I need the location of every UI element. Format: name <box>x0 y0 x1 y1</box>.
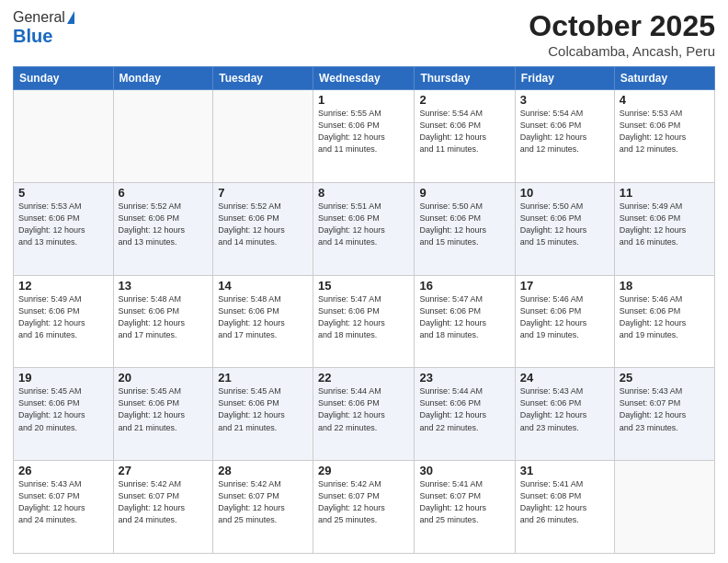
calendar-cell: 26Sunrise: 5:43 AM Sunset: 6:07 PM Dayli… <box>14 461 114 554</box>
calendar-cell: 20Sunrise: 5:45 AM Sunset: 6:06 PM Dayli… <box>113 368 213 461</box>
calendar-table: Sunday Monday Tuesday Wednesday Thursday… <box>13 66 715 554</box>
day-info: Sunrise: 5:50 AM Sunset: 6:06 PM Dayligh… <box>520 201 609 248</box>
day-info: Sunrise: 5:53 AM Sunset: 6:06 PM Dayligh… <box>620 108 710 155</box>
title-area: October 2025 Colcabamba, Ancash, Peru <box>529 9 715 59</box>
day-info: Sunrise: 5:54 AM Sunset: 6:06 PM Dayligh… <box>520 108 609 155</box>
day-number: 21 <box>218 371 308 385</box>
calendar-cell: 13Sunrise: 5:48 AM Sunset: 6:06 PM Dayli… <box>113 275 213 368</box>
calendar-cell: 3Sunrise: 5:54 AM Sunset: 6:06 PM Daylig… <box>515 90 614 183</box>
logo: General Blue <box>13 9 74 47</box>
calendar-cell: 16Sunrise: 5:47 AM Sunset: 6:06 PM Dayli… <box>415 275 515 368</box>
day-number: 13 <box>119 279 209 293</box>
day-info: Sunrise: 5:46 AM Sunset: 6:06 PM Dayligh… <box>620 293 710 341</box>
day-info: Sunrise: 5:45 AM Sunset: 6:06 PM Dayligh… <box>119 385 209 433</box>
calendar-cell <box>213 90 313 183</box>
logo-general: General <box>13 9 65 26</box>
calendar-week-row: 1Sunrise: 5:55 AM Sunset: 6:06 PM Daylig… <box>14 90 715 183</box>
calendar-cell: 28Sunrise: 5:42 AM Sunset: 6:07 PM Dayli… <box>213 461 313 554</box>
day-number: 1 <box>318 93 409 107</box>
calendar-cell: 27Sunrise: 5:42 AM Sunset: 6:07 PM Dayli… <box>113 461 213 554</box>
day-info: Sunrise: 5:52 AM Sunset: 6:06 PM Dayligh… <box>218 201 308 248</box>
col-tuesday: Tuesday <box>213 67 313 90</box>
calendar-cell: 9Sunrise: 5:50 AM Sunset: 6:06 PM Daylig… <box>415 182 515 275</box>
day-number: 6 <box>119 186 209 200</box>
day-info: Sunrise: 5:47 AM Sunset: 6:06 PM Dayligh… <box>419 293 509 341</box>
col-wednesday: Wednesday <box>313 67 415 90</box>
day-number: 14 <box>218 279 308 293</box>
day-info: Sunrise: 5:42 AM Sunset: 6:07 PM Dayligh… <box>218 478 308 526</box>
day-number: 22 <box>318 371 409 385</box>
day-number: 26 <box>18 464 108 477</box>
day-number: 9 <box>419 186 509 200</box>
day-number: 19 <box>18 371 108 385</box>
calendar-cell: 24Sunrise: 5:43 AM Sunset: 6:06 PM Dayli… <box>515 368 614 461</box>
calendar-cell: 2Sunrise: 5:54 AM Sunset: 6:06 PM Daylig… <box>415 90 515 183</box>
day-info: Sunrise: 5:44 AM Sunset: 6:06 PM Dayligh… <box>419 385 509 433</box>
logo-triangle-icon <box>67 11 74 24</box>
header: General Blue October 2025 Colcabamba, An… <box>13 9 715 59</box>
calendar-cell: 25Sunrise: 5:43 AM Sunset: 6:07 PM Dayli… <box>614 368 714 461</box>
calendar-cell: 15Sunrise: 5:47 AM Sunset: 6:06 PM Dayli… <box>313 275 415 368</box>
calendar-cell: 10Sunrise: 5:50 AM Sunset: 6:06 PM Dayli… <box>515 182 614 275</box>
day-info: Sunrise: 5:49 AM Sunset: 6:06 PM Dayligh… <box>18 293 108 341</box>
calendar-cell <box>614 461 714 554</box>
calendar-cell: 1Sunrise: 5:55 AM Sunset: 6:06 PM Daylig… <box>313 90 415 183</box>
day-number: 5 <box>18 186 108 200</box>
day-info: Sunrise: 5:44 AM Sunset: 6:06 PM Dayligh… <box>318 385 409 433</box>
day-number: 20 <box>119 371 209 385</box>
day-number: 8 <box>318 186 409 200</box>
day-number: 24 <box>520 371 609 385</box>
calendar-cell: 12Sunrise: 5:49 AM Sunset: 6:06 PM Dayli… <box>14 275 114 368</box>
day-number: 23 <box>419 371 509 385</box>
col-thursday: Thursday <box>415 67 515 90</box>
day-info: Sunrise: 5:47 AM Sunset: 6:06 PM Dayligh… <box>318 293 409 341</box>
day-info: Sunrise: 5:52 AM Sunset: 6:06 PM Dayligh… <box>119 201 209 248</box>
day-number: 15 <box>318 279 409 293</box>
calendar-cell: 21Sunrise: 5:45 AM Sunset: 6:06 PM Dayli… <box>213 368 313 461</box>
calendar-cell: 5Sunrise: 5:53 AM Sunset: 6:06 PM Daylig… <box>14 182 114 275</box>
calendar-cell: 4Sunrise: 5:53 AM Sunset: 6:06 PM Daylig… <box>614 90 714 183</box>
day-number: 27 <box>119 464 209 477</box>
day-number: 16 <box>419 279 509 293</box>
subtitle: Colcabamba, Ancash, Peru <box>529 43 715 59</box>
logo-blue: Blue <box>13 26 52 47</box>
col-sunday: Sunday <box>14 67 114 90</box>
col-friday: Friday <box>515 67 614 90</box>
calendar-cell: 23Sunrise: 5:44 AM Sunset: 6:06 PM Dayli… <box>415 368 515 461</box>
day-info: Sunrise: 5:42 AM Sunset: 6:07 PM Dayligh… <box>318 478 409 526</box>
calendar-week-row: 5Sunrise: 5:53 AM Sunset: 6:06 PM Daylig… <box>14 182 715 275</box>
day-info: Sunrise: 5:41 AM Sunset: 6:07 PM Dayligh… <box>419 478 509 526</box>
day-number: 31 <box>520 464 609 477</box>
day-number: 25 <box>620 371 710 385</box>
day-info: Sunrise: 5:48 AM Sunset: 6:06 PM Dayligh… <box>218 293 308 341</box>
day-number: 12 <box>18 279 108 293</box>
day-info: Sunrise: 5:54 AM Sunset: 6:06 PM Dayligh… <box>419 108 509 155</box>
calendar-week-row: 26Sunrise: 5:43 AM Sunset: 6:07 PM Dayli… <box>14 461 715 554</box>
day-info: Sunrise: 5:51 AM Sunset: 6:06 PM Dayligh… <box>318 201 409 248</box>
calendar-page: General Blue October 2025 Colcabamba, An… <box>0 0 728 563</box>
calendar-cell: 31Sunrise: 5:41 AM Sunset: 6:08 PM Dayli… <box>515 461 614 554</box>
calendar-cell: 7Sunrise: 5:52 AM Sunset: 6:06 PM Daylig… <box>213 182 313 275</box>
col-monday: Monday <box>113 67 213 90</box>
calendar-cell: 17Sunrise: 5:46 AM Sunset: 6:06 PM Dayli… <box>515 275 614 368</box>
day-number: 18 <box>620 279 710 293</box>
calendar-cell: 18Sunrise: 5:46 AM Sunset: 6:06 PM Dayli… <box>614 275 714 368</box>
day-info: Sunrise: 5:43 AM Sunset: 6:07 PM Dayligh… <box>18 478 108 526</box>
calendar-week-row: 19Sunrise: 5:45 AM Sunset: 6:06 PM Dayli… <box>14 368 715 461</box>
col-saturday: Saturday <box>614 67 714 90</box>
calendar-week-row: 12Sunrise: 5:49 AM Sunset: 6:06 PM Dayli… <box>14 275 715 368</box>
day-info: Sunrise: 5:42 AM Sunset: 6:07 PM Dayligh… <box>119 478 209 526</box>
day-number: 4 <box>620 93 710 107</box>
calendar-cell: 19Sunrise: 5:45 AM Sunset: 6:06 PM Dayli… <box>14 368 114 461</box>
day-number: 28 <box>218 464 308 477</box>
calendar-cell: 8Sunrise: 5:51 AM Sunset: 6:06 PM Daylig… <box>313 182 415 275</box>
day-info: Sunrise: 5:50 AM Sunset: 6:06 PM Dayligh… <box>419 201 509 248</box>
day-number: 17 <box>520 279 609 293</box>
day-info: Sunrise: 5:53 AM Sunset: 6:06 PM Dayligh… <box>18 201 108 248</box>
day-info: Sunrise: 5:45 AM Sunset: 6:06 PM Dayligh… <box>218 385 308 433</box>
calendar-cell: 30Sunrise: 5:41 AM Sunset: 6:07 PM Dayli… <box>415 461 515 554</box>
calendar-cell: 29Sunrise: 5:42 AM Sunset: 6:07 PM Dayli… <box>313 461 415 554</box>
day-number: 2 <box>419 93 509 107</box>
day-number: 29 <box>318 464 409 477</box>
calendar-cell: 6Sunrise: 5:52 AM Sunset: 6:06 PM Daylig… <box>113 182 213 275</box>
